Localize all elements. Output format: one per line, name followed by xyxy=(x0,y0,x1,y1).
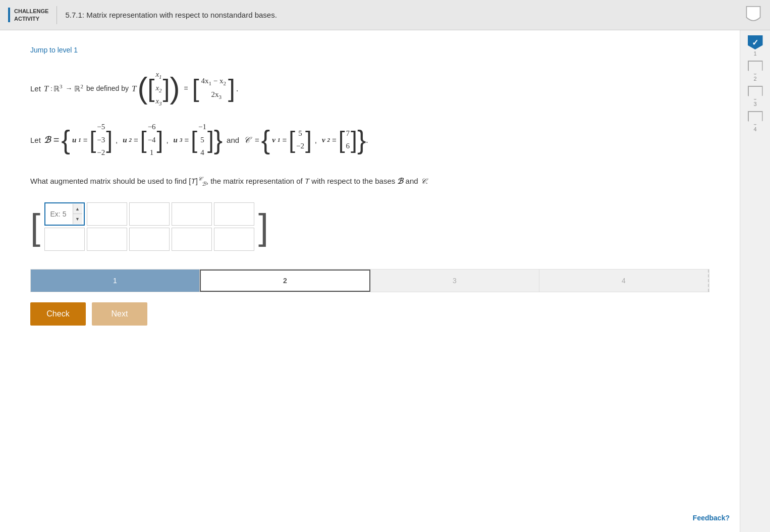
feedback-link[interactable]: Feedback? xyxy=(693,514,730,522)
next-button[interactable]: Next xyxy=(92,302,147,326)
aug-bracket-left: [ xyxy=(30,208,40,245)
check-button[interactable]: Check xyxy=(30,302,86,326)
progress-segment-2[interactable]: 2 xyxy=(200,270,370,292)
matrix-input-r1c4[interactable] xyxy=(172,203,211,225)
augmented-matrix: [ ▲ ▼ xyxy=(30,200,709,253)
checkmark-1: ✓ xyxy=(752,38,758,47)
sidebar-item-1[interactable]: ✓ 1 xyxy=(746,35,765,57)
header-title: 5.7.1: Matrix representation with respec… xyxy=(65,11,277,19)
sidebar-shield-2 xyxy=(748,61,763,75)
header-divider xyxy=(57,6,57,24)
spinner-arrows-r1c1[interactable]: ▲ ▼ xyxy=(73,204,82,224)
aug-bracket-right: ] xyxy=(258,208,268,245)
matrix-input-r2c4[interactable] xyxy=(172,228,211,250)
page-header: CHALLENGE ACTIVITY 5.7.1: Matrix represe… xyxy=(0,0,770,30)
content-area: Jump to level 1 Let T : ℝ3 → ℝ2 be defin… xyxy=(0,30,740,532)
sidebar-shield-3 xyxy=(748,86,763,100)
progress-segment-4[interactable]: 4 xyxy=(539,270,709,292)
basis-definition: Let ℬ = { u1 = [ −5 −3 −2 ] , u2 = [ −6 … xyxy=(30,121,709,159)
jump-to-level-link[interactable]: Jump to level 1 xyxy=(30,46,78,54)
matrix-input-r1c5[interactable] xyxy=(214,203,254,225)
matrix-cell-r1c5[interactable] xyxy=(214,202,254,226)
sidebar-item-4[interactable]: 4 xyxy=(746,111,765,132)
matrix-cell-r2c1[interactable] xyxy=(44,228,85,251)
sidebar-shield-4 xyxy=(748,111,763,125)
sidebar-item-2[interactable]: 2 xyxy=(746,61,765,82)
matrix-input-r2c5[interactable] xyxy=(214,228,254,250)
challenge-label: CHALLENGE ACTIVITY xyxy=(8,8,48,22)
progress-bar: 1 2 3 4 xyxy=(30,269,709,292)
matrix-input-r2c2[interactable] xyxy=(87,228,127,250)
matrix-cell-r2c2[interactable] xyxy=(87,228,127,251)
button-row: Check Next xyxy=(30,302,709,326)
aug-grid: ▲ ▼ xyxy=(40,200,258,253)
matrix-input-r1c2[interactable] xyxy=(87,203,127,225)
matrix-cell-r1c2[interactable] xyxy=(87,202,127,226)
sidebar-item-3[interactable]: 3 xyxy=(746,86,765,107)
matrix-cell-r1c1[interactable]: ▲ ▼ xyxy=(44,202,85,226)
matrix-input-r1c3[interactable] xyxy=(130,203,169,225)
progress-segment-3[interactable]: 3 xyxy=(370,270,539,292)
progress-segment-1[interactable]: 1 xyxy=(31,270,200,292)
sidebar: ✓ 1 2 3 4 xyxy=(740,30,770,532)
matrix-cell-r2c4[interactable] xyxy=(172,228,212,251)
matrix-cell-r2c3[interactable] xyxy=(129,228,170,251)
transform-definition: Let T : ℝ3 → ℝ2 be defined by T ( [ x1 x… xyxy=(30,68,709,109)
matrix-cell-r1c4[interactable] xyxy=(172,202,212,226)
matrix-input-r2c1[interactable] xyxy=(45,228,84,250)
question-text: What augmented matrix should be used to … xyxy=(30,175,484,189)
sidebar-shield-active-1: ✓ xyxy=(748,35,763,49)
matrix-cell-r1c3[interactable] xyxy=(129,202,170,226)
spinner-down-r1c1[interactable]: ▼ xyxy=(73,214,82,224)
matrix-input-r2c3[interactable] xyxy=(130,228,169,250)
spinner-up-r1c1[interactable]: ▲ xyxy=(73,204,82,214)
main-layout: Jump to level 1 Let T : ℝ3 → ℝ2 be defin… xyxy=(0,30,770,532)
matrix-input-r1c1[interactable] xyxy=(47,203,73,225)
matrix-cell-r2c5[interactable] xyxy=(214,228,254,251)
shield-header-icon xyxy=(745,6,762,25)
